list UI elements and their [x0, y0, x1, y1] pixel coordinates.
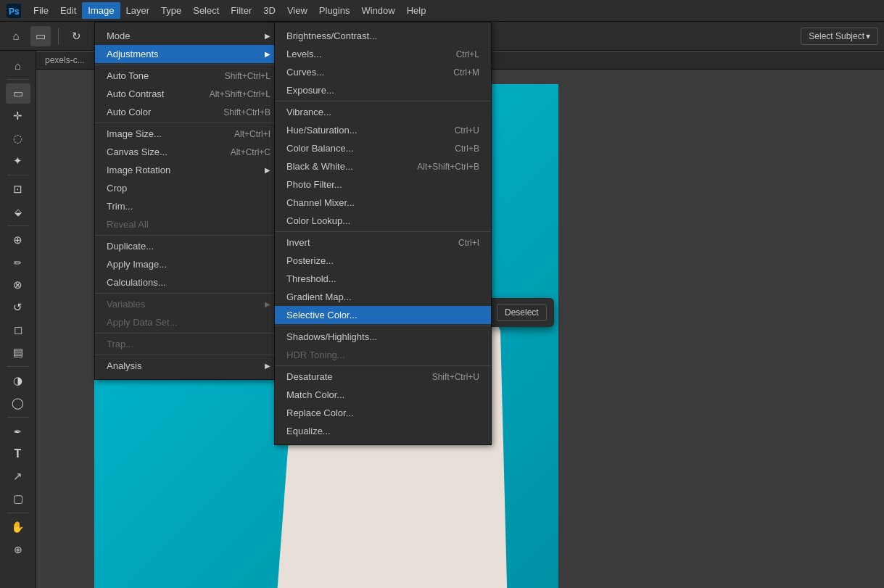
image-menu-adjustments[interactable]: Adjustments ▶: [95, 45, 282, 63]
tool-pen[interactable]: ✒: [6, 421, 30, 442]
adj-invert[interactable]: Invert Ctrl+I: [275, 233, 491, 252]
image-menu-calculations[interactable]: Calculations...: [95, 273, 282, 291]
menu-plugins[interactable]: Plugins: [313, 2, 356, 19]
sidebar-sep-1: [7, 79, 29, 80]
image-menu-variables: Variables ▶: [95, 295, 282, 313]
adj-photo-filter[interactable]: Photo Filter...: [275, 175, 491, 194]
adj-match-color-label: Match Color...: [286, 389, 344, 400]
adj-desaturate[interactable]: Desaturate Shift+Ctrl+U: [275, 368, 491, 386]
select-subject-label: Select Subject: [809, 31, 864, 41]
tool-history-brush[interactable]: ↺: [6, 297, 30, 318]
menu-3d[interactable]: 3D: [257, 2, 281, 19]
menu-type[interactable]: Type: [155, 2, 187, 19]
adj-color-lookup-label: Color Lookup...: [286, 215, 350, 226]
image-menu-mode[interactable]: Mode ▶: [95, 27, 282, 45]
image-menu-section-6: Trap...: [95, 334, 282, 355]
adj-selective-color[interactable]: Selective Color...: [275, 306, 491, 324]
menu-select[interactable]: Select: [187, 2, 225, 19]
adj-section-3: Invert Ctrl+I Posterize... Threshold... …: [275, 232, 491, 326]
image-menu-canvas-size-shortcut: Alt+Ctrl+C: [231, 147, 270, 157]
adj-exposure[interactable]: Exposure...: [275, 81, 491, 99]
adj-channel-mixer[interactable]: Channel Mixer...: [275, 194, 491, 212]
image-menu-auto-contrast[interactable]: Auto Contrast Alt+Shift+Ctrl+L: [95, 85, 282, 103]
tool-path-select[interactable]: ↗: [6, 466, 30, 486]
adj-color-balance-label: Color Balance...: [286, 143, 354, 154]
adj-threshold-label: Threshold...: [286, 273, 336, 284]
tool-move[interactable]: ✛: [6, 106, 30, 126]
float-deselect-btn[interactable]: Deselect: [497, 304, 547, 321]
select-subject-button[interactable]: Select Subject ▾: [801, 28, 878, 45]
image-menu-auto-tone[interactable]: Auto Tone Shift+Ctrl+L: [95, 67, 282, 85]
adj-shadows-highlights[interactable]: Shadows/Highlights...: [275, 328, 491, 346]
tool-marquee-btn[interactable]: ▭: [30, 26, 51, 46]
menu-image[interactable]: Image: [82, 2, 120, 19]
menu-view[interactable]: View: [281, 2, 313, 19]
adj-hdr-toning-label: HDR Toning...: [286, 349, 345, 360]
adj-desaturate-label: Desaturate: [286, 371, 333, 382]
adj-shadows-highlights-label: Shadows/Highlights...: [286, 331, 377, 342]
tool-dodge[interactable]: ◯: [6, 393, 30, 413]
tool-home-btn[interactable]: ⌂: [6, 26, 26, 46]
tool-lasso[interactable]: ◌: [6, 128, 30, 149]
tool-text[interactable]: T: [6, 444, 30, 464]
image-menu-image-size[interactable]: Image Size... Alt+Ctrl+I: [95, 125, 282, 143]
adj-brightness-contrast[interactable]: Brightness/Contrast...: [275, 27, 491, 45]
menu-help[interactable]: Help: [401, 2, 432, 19]
adj-gradient-map[interactable]: Gradient Map...: [275, 288, 491, 306]
menu-edit[interactable]: Edit: [54, 2, 82, 19]
image-menu-image-rotation[interactable]: Image Rotation ▶: [95, 161, 282, 179]
sidebar-sep-4: [7, 366, 29, 367]
adj-color-lookup[interactable]: Color Lookup...: [275, 212, 491, 230]
tool-eraser[interactable]: ◻: [6, 320, 30, 340]
image-menu-crop[interactable]: Crop: [95, 179, 282, 197]
adj-vibrance[interactable]: Vibrance...: [275, 103, 491, 121]
adj-color-balance-shortcut: Ctrl+B: [455, 144, 479, 154]
tool-refresh-btn[interactable]: ↻: [66, 26, 86, 46]
tool-hand[interactable]: ✋: [6, 517, 30, 537]
adj-hdr-toning: HDR Toning...: [275, 346, 491, 364]
tool-magic-wand[interactable]: ✦: [6, 151, 30, 171]
adj-posterize[interactable]: Posterize...: [275, 252, 491, 270]
image-menu-canvas-size[interactable]: Canvas Size... Alt+Ctrl+C: [95, 143, 282, 161]
adj-threshold[interactable]: Threshold...: [275, 270, 491, 288]
image-menu-analysis[interactable]: Analysis ▶: [95, 357, 282, 375]
adj-match-color[interactable]: Match Color...: [275, 386, 491, 404]
adj-replace-color[interactable]: Replace Color...: [275, 404, 491, 422]
image-menu-section-4: Duplicate... Apply Image... Calculations…: [95, 236, 282, 294]
menu-layer[interactable]: Layer: [120, 2, 156, 19]
adj-equalize[interactable]: Equalize...: [275, 422, 491, 440]
adj-equalize-label: Equalize...: [286, 426, 331, 436]
image-menu-auto-contrast-shortcut: Alt+Shift+Ctrl+L: [210, 89, 270, 99]
adj-color-balance[interactable]: Color Balance... Ctrl+B: [275, 139, 491, 157]
tool-gradient[interactable]: ▤: [6, 342, 30, 363]
image-menu-auto-color[interactable]: Auto Color Shift+Ctrl+B: [95, 103, 282, 121]
menu-file[interactable]: File: [28, 2, 54, 19]
adj-selective-color-label: Selective Color...: [286, 310, 358, 320]
tool-clone-stamp[interactable]: ⊗: [6, 275, 30, 295]
adj-levels[interactable]: Levels... Ctrl+L: [275, 45, 491, 63]
tool-marquee[interactable]: ▭: [6, 83, 30, 104]
tool-eyedropper[interactable]: ⬙: [6, 202, 30, 222]
menu-bar: Ps File Edit Image Layer Type Select Fil…: [0, 0, 884, 22]
menu-window[interactable]: Window: [355, 2, 400, 19]
tool-crop[interactable]: ⊡: [6, 179, 30, 199]
adj-hue-saturation[interactable]: Hue/Saturation... Ctrl+U: [275, 121, 491, 139]
adj-invert-shortcut: Ctrl+I: [458, 238, 479, 248]
image-menu-duplicate[interactable]: Duplicate...: [95, 237, 282, 255]
adj-curves[interactable]: Curves... Ctrl+M: [275, 63, 491, 81]
menu-filter[interactable]: Filter: [225, 2, 257, 19]
tool-shape[interactable]: ▢: [6, 489, 30, 509]
image-menu-crop-label: Crop: [107, 183, 127, 194]
adj-exposure-label: Exposure...: [286, 85, 334, 96]
adj-section-5: Desaturate Shift+Ctrl+U Match Color... R…: [275, 366, 491, 442]
adj-section-2: Vibrance... Hue/Saturation... Ctrl+U Col…: [275, 102, 491, 232]
tool-healing[interactable]: ⊕: [6, 230, 30, 250]
image-menu-trim[interactable]: Trim...: [95, 197, 282, 215]
tool-brush[interactable]: ✏: [6, 252, 30, 273]
image-menu-trap-label: Trap...: [107, 339, 133, 349]
tool-zoom[interactable]: ⊕: [6, 539, 30, 560]
tool-home[interactable]: ⌂: [6, 55, 30, 75]
tool-blur[interactable]: ◑: [6, 370, 30, 391]
adj-black-white[interactable]: Black & White... Alt+Shift+Ctrl+B: [275, 157, 491, 175]
image-menu-apply-image[interactable]: Apply Image...: [95, 255, 282, 273]
